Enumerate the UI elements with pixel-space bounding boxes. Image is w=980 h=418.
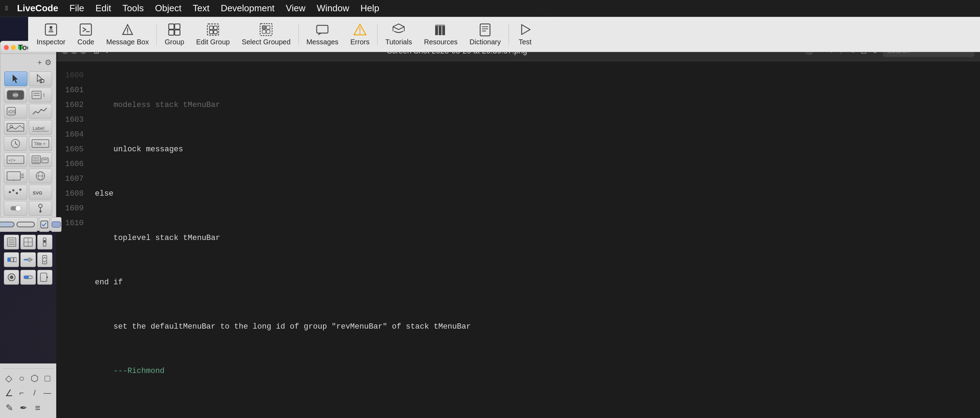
svg-point-74	[19, 188, 21, 191]
svg-rect-39	[13, 94, 18, 96]
angle-shape-tool[interactable]: ∠	[3, 387, 14, 399]
toolbar-divider-2	[298, 24, 299, 45]
checkbox-tool[interactable]	[39, 217, 49, 232]
select-grouped-icon	[259, 22, 274, 37]
segment-tool[interactable]	[4, 252, 19, 267]
field-tool[interactable]: I	[29, 88, 52, 102]
toolbar-message-box[interactable]: Message Box	[100, 20, 154, 49]
menu-tools[interactable]: Tools	[118, 2, 149, 15]
code-area[interactable]: 1600 1601 1602 1603 1604 1605 1606 1607 …	[56, 61, 980, 418]
list2-tool[interactable]	[4, 235, 19, 249]
svg-rect-9	[169, 24, 174, 29]
menu-file[interactable]: File	[65, 2, 89, 15]
toggle-tool[interactable]	[4, 201, 27, 216]
dots-tool[interactable]	[4, 185, 27, 199]
line-shape-tool[interactable]: /	[29, 387, 40, 399]
select-tool[interactable]	[29, 72, 52, 86]
label-tool[interactable]: Label:	[29, 120, 52, 135]
add-tool-icon[interactable]: +	[37, 58, 42, 67]
line-num-1609: 1609	[60, 201, 84, 216]
circle-shape-tool[interactable]: ○	[16, 372, 27, 384]
clock-tool[interactable]	[4, 136, 27, 151]
code-content[interactable]: modeless stack tMenuBar unlock messages …	[88, 68, 980, 411]
toolbar-errors[interactable]: Errors	[345, 20, 375, 49]
code-line-1606: ---Richmond	[95, 364, 973, 378]
menu-view[interactable]: View	[281, 2, 310, 15]
svg-point-73	[16, 192, 18, 194]
apple-logo-icon[interactable]: 	[6, 5, 8, 12]
button-tool[interactable]	[4, 88, 27, 102]
graph-tool[interactable]	[29, 104, 52, 118]
pencil-tool[interactable]: ✎	[3, 402, 16, 414]
list-tool[interactable]	[29, 152, 52, 167]
html-tool[interactable]: </>	[4, 152, 27, 167]
toolbar-test[interactable]: Test	[511, 20, 539, 49]
monitor-tool[interactable]	[4, 169, 27, 183]
ios-tool[interactable]: iOS	[4, 104, 27, 118]
toolbar-tutorials[interactable]: Tutorials	[380, 20, 418, 49]
menu-window[interactable]: Window	[312, 2, 354, 15]
svg-rect-16	[210, 30, 213, 34]
menu-edit[interactable]: Edit	[91, 2, 116, 15]
toolbar-edit-group[interactable]: Edit Group	[191, 20, 235, 49]
resources-label: Resources	[424, 38, 458, 46]
toolbar-code[interactable]: Code	[72, 20, 100, 49]
svg-point-26	[359, 32, 361, 34]
toolbar-inspector[interactable]: Inspector	[31, 20, 71, 49]
inspector-icon	[44, 22, 58, 37]
close-button[interactable]	[4, 45, 9, 50]
tools-extra-row1	[2, 216, 54, 233]
progress-tool[interactable]	[21, 270, 35, 285]
toolbar-group[interactable]: Group	[159, 20, 190, 49]
svg-tool[interactable]: SVG	[29, 185, 52, 199]
toolbar-resources[interactable]: Resources	[418, 20, 463, 49]
scrollbar-tool[interactable]	[37, 235, 52, 249]
diamond-shape-tool[interactable]: ◇	[3, 372, 14, 384]
menu-livecode[interactable]: LiveCode	[12, 2, 63, 15]
player-tool[interactable]	[37, 270, 52, 285]
shapes-row1: ◇ ○ ⬡ □	[0, 371, 56, 386]
line-num-1600: 1600	[60, 68, 84, 83]
settings-icon[interactable]: ⚙	[45, 58, 52, 67]
message-box-label: Message Box	[106, 38, 149, 46]
title-tool[interactable]: Title +	[29, 136, 52, 151]
svg-rect-94	[44, 240, 46, 243]
slider-tool[interactable]	[21, 252, 35, 267]
minimize-button[interactable]	[11, 45, 16, 50]
dash-shape-tool[interactable]: —	[42, 387, 53, 399]
svg-rect-2	[49, 30, 53, 30]
pen-tool[interactable]: ✒	[18, 402, 30, 414]
rounded-rect-shape-tool[interactable]: ⬡	[29, 372, 40, 384]
stepper-tool[interactable]	[37, 252, 52, 267]
menu-object[interactable]: Object	[150, 2, 186, 15]
eraser-tool[interactable]: ≡	[32, 402, 44, 414]
svg-marker-108	[47, 276, 48, 279]
svg-text:iOS: iOS	[8, 109, 16, 114]
menu-help[interactable]: Help	[355, 2, 384, 15]
test-icon	[518, 22, 533, 37]
svg-rect-22	[266, 30, 270, 34]
svg-rect-63	[7, 172, 21, 180]
radio-tool[interactable]	[4, 270, 19, 285]
pointer-tool[interactable]	[4, 72, 27, 86]
curve-shape-tool[interactable]: ⌐	[16, 387, 27, 399]
dictionary-label: Dictionary	[469, 38, 501, 46]
edit-group-label: Edit Group	[196, 38, 230, 46]
rect-shape-tool[interactable]: □	[42, 372, 53, 384]
toolbar-select-grouped[interactable]: Select Grouped	[236, 20, 296, 49]
svg-rect-31	[480, 24, 490, 36]
toolbar-dictionary[interactable]: Dictionary	[464, 20, 506, 49]
cursor-row	[2, 70, 54, 88]
table-tool[interactable]	[21, 235, 35, 249]
button-3d-tool[interactable]	[51, 217, 62, 232]
svg-rect-18	[260, 24, 272, 35]
oval-tool[interactable]	[0, 217, 38, 232]
menu-text[interactable]: Text	[188, 2, 215, 15]
node-tool[interactable]	[29, 201, 52, 216]
svg-point-72	[12, 189, 14, 191]
browser-tool[interactable]	[29, 169, 52, 183]
svg-rect-85	[52, 222, 60, 227]
image-tool[interactable]	[4, 120, 27, 135]
menu-development[interactable]: Development	[216, 2, 280, 15]
toolbar-messages[interactable]: Messages	[301, 20, 344, 49]
